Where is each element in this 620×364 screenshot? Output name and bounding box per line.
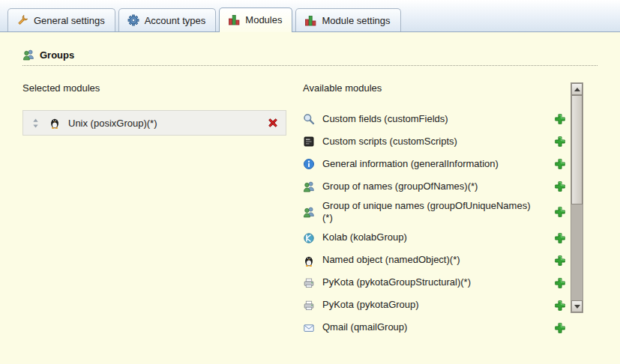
scroll-up-button[interactable] (571, 83, 583, 95)
module-label: Custom fields (customFields) (322, 113, 448, 125)
arrow-up-icon (574, 88, 580, 91)
add-module-button[interactable] (554, 136, 566, 148)
remove-module-button[interactable] (267, 117, 279, 129)
modules-icon (228, 13, 240, 25)
selected-module-label: Unix (posixGroup)(*) (68, 118, 157, 129)
plus-icon (554, 158, 566, 170)
add-module-button[interactable] (554, 113, 566, 125)
plus-icon (554, 113, 566, 125)
add-module-button[interactable] (554, 232, 566, 244)
section-header-groups: Groups (22, 49, 598, 66)
available-module-row: General information (generalInformation) (303, 155, 569, 173)
gear-icon (127, 14, 139, 26)
plus-icon (554, 255, 566, 267)
add-module-button[interactable] (554, 255, 566, 267)
tab-module-settings[interactable]: Module settings (295, 8, 400, 31)
settings-tabbar: General settings Account types Modules M… (0, 0, 620, 32)
available-module-row: Kolab (kolabGroup) (303, 229, 569, 247)
module-label: PyKota (pykotaGroup) (322, 299, 419, 311)
mail-icon (303, 322, 315, 334)
available-modules-scrollbar[interactable] (571, 82, 583, 313)
tab-label: General settings (34, 15, 105, 26)
printer-icon (303, 277, 315, 289)
available-modules-list: Available modules Custom fields (customF… (303, 82, 569, 342)
penguin-icon (303, 255, 315, 267)
modules-icon (304, 14, 316, 26)
tab-label: Module settings (322, 15, 390, 26)
tab-modules[interactable]: Modules (219, 7, 292, 32)
available-module-row: Qmail (qmailGroup) (303, 319, 569, 337)
tab-label: Account types (145, 15, 206, 26)
selected-module-row[interactable]: Unix (posixGroup)(*) (22, 110, 286, 136)
plus-icon (554, 136, 566, 148)
tab-account-types[interactable]: Account types (118, 8, 217, 31)
up-down-arrows-icon (30, 118, 41, 129)
available-modules-heading: Available modules (303, 82, 569, 94)
add-module-button[interactable] (554, 277, 566, 289)
module-label: Qmail (qmailGroup) (322, 321, 407, 333)
plus-icon (554, 300, 566, 312)
module-label: General information (generalInformation) (322, 158, 499, 170)
module-label: PyKota (pykotaGroupStructural)(*) (322, 276, 471, 288)
add-module-button[interactable] (554, 300, 566, 312)
available-module-row: Custom fields (customFields) (303, 110, 569, 128)
selected-modules-heading: Selected modules (22, 82, 286, 94)
module-label: Named object (namedObject)(*) (322, 254, 460, 266)
plus-icon (554, 277, 566, 289)
module-label: Group of unique names (groupOfUniqueName… (322, 200, 532, 225)
plus-icon (554, 206, 566, 218)
add-module-button[interactable] (554, 181, 566, 192)
plus-icon (554, 181, 566, 192)
scroll-down-button[interactable] (571, 300, 583, 312)
group-icon (303, 206, 315, 218)
available-module-row: Named object (namedObject)(*) (303, 252, 569, 270)
available-module-row: PyKota (pykotaGroupStructural)(*) (303, 274, 569, 292)
add-module-button[interactable] (554, 322, 566, 334)
add-module-button[interactable] (554, 158, 566, 170)
arrow-down-icon (574, 305, 580, 309)
plus-icon (554, 232, 566, 244)
available-module-row: Custom scripts (customScripts) (303, 133, 569, 151)
plus-icon (554, 322, 566, 334)
penguin-icon (49, 117, 61, 129)
module-label: Group of names (groupOfNames)(*) (322, 181, 478, 192)
module-label: Custom scripts (customScripts) (322, 136, 457, 148)
kolab-icon (303, 232, 315, 244)
tab-general-settings[interactable]: General settings (7, 8, 115, 31)
available-module-row: Group of names (groupOfNames)(*) (303, 178, 569, 195)
add-module-button[interactable] (554, 206, 566, 218)
script-icon (303, 136, 315, 148)
group-icon (303, 181, 315, 192)
printer-icon (303, 300, 315, 312)
drag-handle[interactable] (30, 118, 41, 129)
section-title: Groups (40, 49, 74, 61)
groups-icon (22, 49, 34, 61)
module-label: Kolab (kolabGroup) (322, 231, 407, 243)
delete-x-icon (267, 117, 279, 129)
magnifier-icon (303, 113, 315, 125)
scrollbar-thumb[interactable] (571, 95, 583, 204)
available-module-row: PyKota (pykotaGroup) (303, 297, 569, 315)
wrench-icon (16, 14, 28, 26)
lam-configuration-page: General settings Account types Modules M… (0, 0, 620, 364)
info-icon (303, 158, 315, 170)
available-module-row: Group of unique names (groupOfUniqueName… (303, 200, 569, 225)
tab-label: Modules (245, 14, 282, 25)
